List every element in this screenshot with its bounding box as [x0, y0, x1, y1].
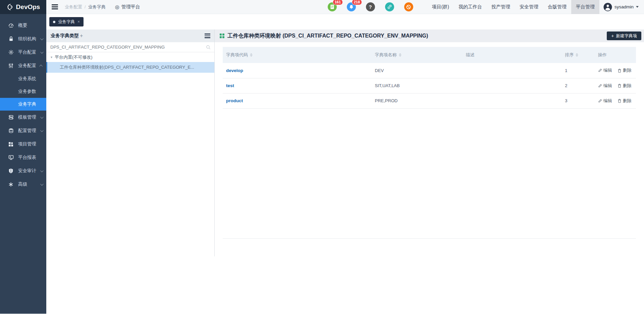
tab-business-dictionary[interactable]: 业务字典 ×	[49, 17, 84, 26]
close-icon[interactable]: ×	[77, 19, 80, 24]
trash-icon	[618, 68, 622, 73]
sidebar-submenu-business-config: 业务系统 业务参数 业务字典	[0, 72, 46, 111]
ban-icon[interactable]	[404, 2, 413, 11]
document-icon[interactable]: 161	[328, 2, 337, 11]
add-type-button[interactable]: +	[80, 33, 83, 39]
app-logo[interactable]: DevOps	[0, 0, 46, 14]
sort-icon[interactable]	[250, 53, 253, 57]
bell-glyph	[349, 4, 354, 9]
help-icon[interactable]: ?	[366, 2, 375, 11]
nav-item-projects[interactable]: 项目(群)	[427, 0, 454, 14]
target-icon: ◎	[115, 4, 119, 10]
dictionary-items-table-wrap: 字典项代码 字典项名称 描述	[223, 47, 636, 239]
breadcrumb-item[interactable]: 业务配置	[65, 4, 82, 10]
platform-selector[interactable]: ◎ 管理平台	[115, 4, 140, 10]
chevron-down-icon	[40, 129, 44, 132]
sidebar-item-organization[interactable]: 组织机构	[0, 32, 46, 46]
item-sort: 3	[561, 93, 595, 108]
sort-icon[interactable]	[576, 53, 578, 57]
sidebar-item-security-audit[interactable]: 安全审计	[0, 164, 46, 178]
type-search-input[interactable]	[50, 45, 206, 50]
item-sort: 1	[561, 63, 595, 78]
platform-label: 管理平台	[121, 4, 140, 10]
delete-button[interactable]: 删除	[618, 83, 632, 89]
nav-item-release[interactable]: 投产管理	[487, 0, 515, 14]
column-header-name[interactable]: 字典项名称	[372, 47, 463, 63]
sidebar-item-overview[interactable]: 概要	[0, 19, 46, 32]
app-shell: 概要 组织机构 平台配置 业务配置 业务系统 业务参数 业务字	[0, 14, 644, 314]
search-icon[interactable]	[206, 45, 211, 50]
dictionary-type-panel: 业务字典类型 + ▾ 平台内置(不可修改) 工件仓库种类	[46, 29, 215, 314]
table-row: product PRE,PROD 3 编辑	[223, 93, 636, 108]
link-glyph	[387, 4, 392, 9]
sliders-icon	[8, 63, 14, 68]
delete-button[interactable]: 删除	[618, 98, 632, 104]
sort-icon[interactable]	[399, 53, 401, 57]
chevron-down-icon	[40, 115, 44, 119]
item-name: DEV	[372, 63, 463, 78]
lock-icon	[8, 36, 14, 42]
trash-icon	[618, 99, 622, 103]
sidebar-item-business-system[interactable]: 业务系统	[0, 72, 46, 85]
template-icon	[8, 115, 14, 120]
item-name: SIT,UAT,LAB	[372, 78, 463, 93]
sidebar-item-business-config[interactable]: 业务配置	[0, 59, 46, 72]
caret-down-icon: ▾	[51, 55, 52, 59]
item-code-link[interactable]: product	[223, 93, 372, 108]
link-icon[interactable]	[385, 2, 394, 11]
item-desc	[463, 93, 562, 108]
shield-icon	[8, 168, 14, 174]
sidebar-item-platform-reports[interactable]: 平台报表	[0, 151, 46, 164]
column-header-code[interactable]: 字典项代码	[223, 47, 372, 63]
nav-item-workbench[interactable]: 我的工作台	[454, 0, 487, 14]
item-sort: 2	[561, 78, 595, 93]
item-code-link[interactable]: test	[223, 78, 372, 93]
tree-group-builtin[interactable]: ▾ 平台内置(不可修改)	[46, 52, 215, 62]
database-icon	[8, 128, 14, 133]
advanced-icon	[8, 182, 14, 187]
edit-button[interactable]: 编辑	[598, 83, 612, 89]
pencil-icon	[598, 99, 602, 103]
chevron-down-icon	[40, 37, 44, 40]
sidebar-toggle-button[interactable]	[52, 4, 58, 9]
sidebar-item-business-dictionary[interactable]: 业务字典	[0, 98, 46, 111]
delete-button[interactable]: 删除	[618, 67, 632, 73]
panel-menu-icon[interactable]	[205, 34, 210, 38]
top-bar: DevOps 业务配置 / 业务字典 ◎ 管理平台 161 218	[0, 0, 644, 14]
bell-icon[interactable]: 218	[347, 2, 356, 11]
gear-icon	[8, 50, 14, 55]
new-dictionary-item-button[interactable]: + 新建字典项	[607, 32, 641, 40]
sidebar: 概要 组织机构 平台配置 业务配置 业务系统 业务参数 业务字	[0, 14, 46, 314]
plus-icon: +	[611, 34, 614, 38]
edit-button[interactable]: 编辑	[598, 98, 612, 104]
document-glyph	[330, 4, 334, 9]
panel-title: 业务字典类型	[51, 33, 79, 39]
table-row: develop DEV 1 编辑	[223, 63, 636, 78]
nav-item-platform-admin[interactable]: 平台管理	[571, 0, 599, 14]
item-code-link[interactable]: develop	[223, 63, 372, 78]
breadcrumb-separator: /	[85, 4, 86, 9]
sidebar-item-config-mgmt[interactable]: 配置管理	[0, 124, 46, 137]
nav-item-security[interactable]: 安全管理	[515, 0, 543, 14]
tree-item-selected[interactable]: 工件仓库种类环境映射(DPS_CI_ARTIFACT_REPO_CATEGORY…	[46, 62, 215, 73]
column-header-desc: 描述	[463, 47, 562, 63]
chevron-down-icon	[40, 50, 44, 54]
column-header-ops: 操作	[595, 47, 636, 63]
column-header-sort[interactable]: 排序	[561, 47, 595, 63]
notifications-count-badge: 218	[352, 0, 362, 5]
work-row: 业务字典类型 + ▾ 平台内置(不可修改) 工件仓库种类	[46, 29, 644, 314]
sidebar-item-project-mgmt[interactable]: 项目管理	[0, 137, 46, 151]
chevron-up-icon	[39, 64, 43, 68]
chevron-down-icon	[40, 169, 44, 172]
sidebar-item-platform-config[interactable]: 平台配置	[0, 46, 46, 59]
nav-item-version[interactable]: 合版管理	[543, 0, 571, 14]
item-name: PRE,PROD	[372, 93, 463, 108]
user-menu[interactable]: sysadmin	[599, 3, 644, 11]
dictionary-items-table: 字典项代码 字典项名称 描述	[223, 47, 636, 109]
sidebar-item-template-mgmt[interactable]: 模板管理	[0, 111, 46, 124]
sidebar-item-business-params[interactable]: 业务参数	[0, 85, 46, 98]
sidebar-item-advanced[interactable]: 高级	[0, 178, 46, 191]
tree-group-label: 平台内置(不可修改)	[55, 54, 93, 60]
edit-button[interactable]: 编辑	[598, 67, 612, 73]
logo-text: DevOps	[16, 3, 40, 11]
